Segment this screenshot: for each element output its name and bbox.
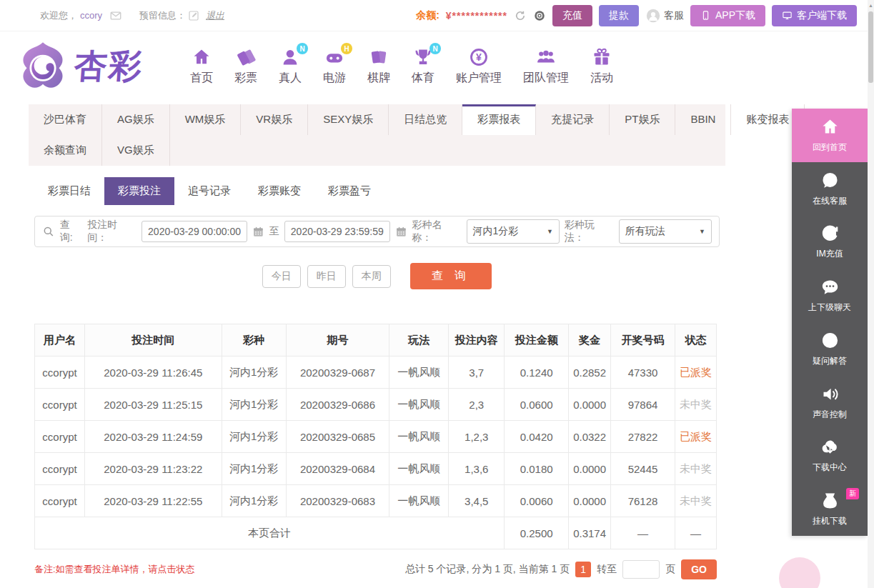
nav-item-lottery[interactable]: 彩票 [234, 47, 257, 86]
sidebar-item-online-service[interactable]: 24 在线客服 [792, 162, 868, 216]
sidebar-item-sound-control[interactable]: 声音控制 [792, 376, 868, 429]
app-download-button[interactable]: APP下载 [690, 5, 765, 26]
status-cell[interactable]: 已派奖 [675, 421, 717, 453]
play-type-value: 所有玩法 [625, 225, 665, 238]
page-scrollbar[interactable]: ▲ [868, 0, 874, 588]
table-row: ccorypt 2020-03-29 11:25:15 河内1分彩 202003… [35, 389, 717, 421]
sidebar-item-chat[interactable]: 上下级聊天 [792, 269, 868, 322]
nav-item-sports[interactable]: N 体育 [412, 47, 434, 86]
nav-item-home[interactable]: 首页 [190, 47, 213, 86]
time-to-input[interactable] [284, 221, 390, 242]
nav-item-account[interactable]: ¥ 账户管理 [456, 47, 502, 86]
cards-icon [369, 47, 389, 67]
site-logo[interactable]: 杏彩 [17, 41, 143, 92]
status-cell[interactable]: 未中奖 [675, 485, 717, 517]
nav-item-boardgames[interactable]: 棋牌 [367, 47, 390, 86]
home-icon [820, 117, 840, 136]
refresh-balance-icon[interactable] [514, 9, 527, 22]
cell-user: ccorypt [35, 357, 85, 389]
cell-prize: 0.0000 [569, 389, 611, 421]
edit-icon[interactable] [187, 9, 200, 22]
search-submit-button[interactable]: 查 询 [410, 263, 492, 289]
nav-item-egames[interactable]: H 电游 [323, 47, 346, 86]
to-label: 至 [269, 225, 279, 238]
cell-numbers: 47330 [611, 357, 675, 389]
tab-deposit-withdraw-records[interactable]: 充提记录 [536, 104, 610, 135]
tab-vg[interactable]: VG娱乐 [102, 135, 170, 166]
sidebar-item-download-center[interactable]: 下载中心 [792, 429, 868, 483]
go-button[interactable]: GO [681, 559, 717, 579]
cell-lottery: 河内1分彩 [222, 453, 286, 485]
summary-numbers: — [611, 517, 675, 549]
sidebar-item-im-recharge[interactable]: IM充值 [792, 216, 868, 269]
cell-content: 3,4,5 [449, 485, 505, 517]
chevron-down-icon: ▼ [699, 228, 705, 235]
tab-sexy[interactable]: SEXY娱乐 [308, 104, 389, 135]
tab-wm[interactable]: WM娱乐 [170, 104, 242, 135]
eye-icon[interactable] [533, 9, 546, 22]
nav-item-team[interactable]: 团队管理 [523, 47, 569, 86]
calendar-icon[interactable] [252, 226, 264, 238]
tab-ag[interactable]: AG娱乐 [102, 104, 170, 135]
today-button[interactable]: 今日 [262, 265, 301, 288]
scrollbar-up-arrow[interactable]: ▲ [868, 0, 874, 8]
sidebar-item-back-home[interactable]: 回到首页 [792, 109, 868, 162]
this-week-button[interactable]: 本周 [352, 265, 391, 288]
client-download-label: 客户端下载 [797, 9, 847, 22]
recharge-button[interactable]: 充值 [552, 5, 592, 26]
floating-widget-circle[interactable] [779, 557, 820, 588]
sidebar-item-idle-download[interactable]: ¥ 挂机下载 新 [792, 482, 868, 536]
username: ccory [80, 10, 102, 21]
sidebar-label: 下载中心 [813, 462, 847, 474]
tab-daily-overview[interactable]: 日结总览 [389, 104, 462, 135]
subtab-lottery-daily[interactable]: 彩票日结 [34, 177, 104, 205]
subtab-chase-records[interactable]: 追号记录 [174, 177, 244, 205]
service-avatar-icon [645, 8, 661, 24]
cell-time: 2020-03-29 11:22:55 [84, 485, 222, 517]
subtab-lottery-bets[interactable]: 彩票投注 [104, 177, 174, 205]
cell-user: ccorypt [35, 485, 85, 517]
nav-item-promotions[interactable]: 活动 [590, 47, 613, 86]
col-amount: 投注金额 [505, 324, 569, 357]
subtab-lottery-profit-loss[interactable]: 彩票盈亏 [314, 177, 384, 205]
tab-bbin[interactable]: BBIN [675, 104, 731, 135]
app-download-label: APP下载 [715, 9, 755, 22]
welcome-text: 欢迎您， [40, 9, 77, 22]
service-label: 客服 [664, 9, 684, 22]
current-page-badge[interactable]: 1 [575, 562, 591, 577]
cell-issue: 20200329-0683 [286, 485, 389, 517]
sidebar-badge-new: 新 [846, 488, 859, 499]
status-cell[interactable]: 已派奖 [675, 357, 717, 389]
tab-balance-query[interactable]: 余额查询 [29, 135, 102, 166]
yesterday-button[interactable]: 昨日 [307, 265, 346, 288]
status-cell[interactable]: 未中奖 [675, 389, 717, 421]
play-type-select[interactable]: 所有玩法 ▼ [619, 219, 712, 244]
cell-user: ccorypt [35, 453, 85, 485]
cell-lottery: 河内1分彩 [222, 485, 286, 517]
tab-pt[interactable]: PT娱乐 [610, 104, 675, 135]
tab-lottery-report[interactable]: 彩票报表 [462, 104, 536, 135]
status-cell[interactable]: 未中奖 [675, 453, 717, 485]
subtab-lottery-account-change[interactable]: 彩票账变 [244, 177, 314, 205]
cell-numbers: 52445 [611, 453, 675, 485]
logout-link[interactable]: 退出 [206, 9, 224, 22]
scrollbar-thumb[interactable] [868, 11, 873, 83]
cell-prize: 0.0000 [569, 485, 611, 517]
envelope-icon[interactable] [109, 9, 122, 22]
calendar-icon[interactable] [395, 226, 407, 238]
tab-vr[interactable]: VR娱乐 [241, 104, 308, 135]
client-download-button[interactable]: 客户端下载 [772, 5, 857, 26]
nav-label: 电游 [323, 71, 346, 86]
nav-item-live[interactable]: N 真人 [279, 47, 302, 86]
nav-label: 体育 [412, 71, 434, 86]
logo-emblem-icon [17, 41, 69, 92]
time-from-input[interactable] [141, 221, 247, 242]
lottery-name-select[interactable]: 河内1分彩 ▼ [467, 219, 560, 244]
goto-page-input[interactable] [622, 560, 660, 579]
withdraw-button[interactable]: 提款 [599, 5, 639, 26]
sidebar-item-faq[interactable]: ? 疑问解答 [792, 322, 868, 376]
tab-shaba-sports[interactable]: 沙巴体育 [29, 104, 102, 135]
chat-icon [820, 277, 840, 297]
customer-service-button[interactable]: 客服 [645, 8, 684, 24]
cell-prize: 0.0322 [569, 421, 611, 453]
